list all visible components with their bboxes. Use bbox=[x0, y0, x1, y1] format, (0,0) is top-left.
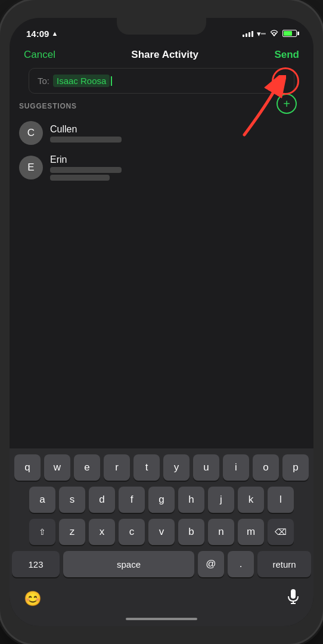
key-g[interactable]: g bbox=[148, 487, 175, 513]
key-backspace[interactable]: ⌫ bbox=[268, 519, 294, 545]
suggestion-cullen-detail bbox=[50, 137, 122, 143]
content-area bbox=[10, 190, 313, 448]
key-j[interactable]: j bbox=[208, 487, 234, 513]
key-e[interactable]: e bbox=[74, 454, 100, 481]
mic-icon bbox=[287, 589, 299, 605]
keyboard-row-1: q w e r t y u i o p bbox=[12, 454, 311, 481]
keyboard-row-4: 123 space @ . return bbox=[12, 551, 311, 577]
key-numbers[interactable]: 123 bbox=[12, 551, 60, 577]
suggestions-label: SUGGESTIONS bbox=[19, 102, 304, 110]
signal-bar-1 bbox=[243, 35, 244, 37]
wifi-symbol bbox=[269, 30, 279, 37]
key-u[interactable]: u bbox=[193, 454, 219, 481]
recipient-chip: Isaac Roosa bbox=[53, 75, 110, 87]
phone-screen: 14:09 ▲ ▾┉ bbox=[10, 18, 313, 626]
status-time: 14:09 ▲ bbox=[26, 29, 58, 39]
text-cursor bbox=[111, 76, 112, 86]
time-display: 14:09 bbox=[26, 29, 49, 39]
key-r[interactable]: r bbox=[104, 454, 130, 481]
cancel-button[interactable]: Cancel bbox=[24, 49, 55, 61]
nav-bar: Cancel Share Activity Send bbox=[10, 44, 313, 68]
status-icons: ▾┉ bbox=[243, 29, 297, 38]
suggestions-section: SUGGESTIONS C Cullen E Erin bbox=[10, 94, 313, 190]
key-space[interactable]: space bbox=[63, 551, 194, 577]
key-v[interactable]: v bbox=[148, 519, 175, 545]
to-label: To: bbox=[38, 76, 49, 86]
battery-fill bbox=[284, 31, 292, 36]
suggestion-cullen-name: Cullen bbox=[50, 124, 304, 135]
key-w[interactable]: w bbox=[44, 454, 70, 481]
key-n[interactable]: n bbox=[208, 519, 234, 545]
to-field-wrapper: To: Isaac Roosa bbox=[19, 68, 304, 94]
home-indicator bbox=[10, 615, 313, 626]
notch bbox=[117, 18, 206, 35]
suggestion-erin-detail-2 bbox=[50, 175, 110, 181]
key-o[interactable]: o bbox=[253, 454, 279, 481]
key-d[interactable]: d bbox=[89, 487, 115, 513]
key-x[interactable]: x bbox=[89, 519, 115, 545]
key-i[interactable]: i bbox=[223, 454, 249, 481]
emoji-button[interactable]: 😊 bbox=[24, 590, 42, 607]
keyboard-row-3: ⇧ z x c v b n m ⌫ bbox=[12, 519, 311, 545]
bottom-bar: 😊 bbox=[10, 586, 313, 615]
signal-bar-3 bbox=[249, 32, 250, 37]
wifi-icon: ▾┉ bbox=[257, 29, 266, 38]
key-t[interactable]: t bbox=[133, 454, 160, 481]
key-z[interactable]: z bbox=[59, 519, 85, 545]
battery-icon bbox=[282, 30, 297, 37]
key-a[interactable]: a bbox=[29, 487, 55, 513]
suggestion-erin-info: Erin bbox=[50, 154, 304, 181]
send-button[interactable]: Send bbox=[274, 49, 299, 61]
microphone-button[interactable] bbox=[287, 589, 299, 608]
avatar-erin: E bbox=[19, 156, 43, 179]
key-p[interactable]: p bbox=[282, 454, 309, 481]
key-return[interactable]: return bbox=[257, 551, 311, 577]
key-h[interactable]: h bbox=[178, 487, 204, 513]
keyboard-row-2: a s d f g h j k l bbox=[12, 487, 311, 513]
suggestion-cullen[interactable]: C Cullen bbox=[19, 116, 304, 150]
signal-bar-2 bbox=[246, 33, 247, 37]
key-f[interactable]: f bbox=[119, 487, 145, 513]
key-k[interactable]: k bbox=[238, 487, 264, 513]
key-l[interactable]: l bbox=[268, 487, 294, 513]
phone-frame: 14:09 ▲ ▾┉ bbox=[0, 0, 323, 644]
add-contact-button[interactable] bbox=[277, 94, 297, 114]
page-title: Share Activity bbox=[131, 49, 198, 61]
key-period[interactable]: . bbox=[228, 551, 254, 577]
to-field[interactable]: To: Isaac Roosa bbox=[29, 68, 294, 94]
signal-bars bbox=[243, 30, 253, 37]
location-icon: ▲ bbox=[51, 30, 58, 37]
signal-bar-4 bbox=[251, 31, 253, 37]
suggestion-cullen-info: Cullen bbox=[50, 124, 304, 143]
suggestion-erin-detail bbox=[50, 167, 122, 173]
keyboard: q w e r t y u i o p a s d f g h j k bbox=[10, 448, 313, 586]
key-y[interactable]: y bbox=[163, 454, 190, 481]
svg-rect-1 bbox=[291, 589, 296, 599]
key-at[interactable]: @ bbox=[198, 551, 224, 577]
key-q[interactable]: q bbox=[14, 454, 41, 481]
home-bar bbox=[126, 618, 197, 620]
avatar-cullen: C bbox=[19, 121, 43, 145]
suggestion-erin-name: Erin bbox=[50, 154, 304, 165]
key-c[interactable]: c bbox=[119, 519, 145, 545]
key-b[interactable]: b bbox=[178, 519, 204, 545]
key-shift[interactable]: ⇧ bbox=[29, 519, 55, 545]
key-m[interactable]: m bbox=[238, 519, 264, 545]
suggestion-erin[interactable]: E Erin bbox=[19, 150, 304, 185]
key-s[interactable]: s bbox=[59, 487, 85, 513]
